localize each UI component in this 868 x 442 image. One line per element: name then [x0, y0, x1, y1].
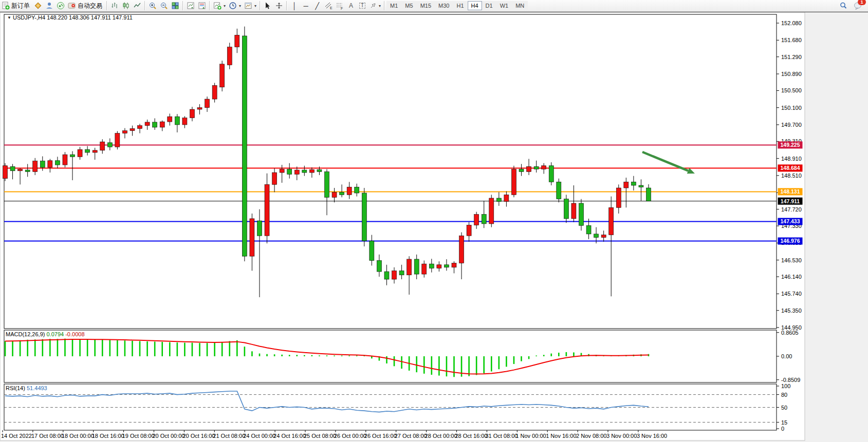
price-tick-label[interactable]: 150.500 [781, 87, 802, 93]
time-axis-label[interactable]: 18 Oct 16:00 [92, 433, 124, 439]
time-axis-label[interactable]: 28 Oct 00:00 [425, 433, 457, 439]
new-order-button[interactable]: 新订单 [0, 1, 32, 11]
price-tick-label[interactable]: 145.350 [781, 308, 802, 314]
macd-name: MACD(12,26,9) [6, 331, 45, 337]
time-axis-label[interactable]: 28 Oct 16:00 [455, 433, 488, 439]
time-axis-label[interactable]: 1 Nov 16:00 [546, 433, 576, 439]
candle-body [227, 47, 232, 65]
time-axis-label[interactable]: 24 Oct 00:00 [243, 433, 275, 439]
candle-body [407, 259, 412, 275]
chevron-down-icon[interactable]: ▼ [7, 15, 11, 20]
timeframe-h1[interactable]: H1 [453, 1, 467, 10]
time-axis-label[interactable]: 20 Oct 16:00 [182, 433, 215, 439]
price-tick-label[interactable]: 152.080 [781, 20, 802, 26]
timeframe-w1[interactable]: W1 [496, 1, 512, 10]
time-axis-label[interactable]: 19 Oct 08:00 [122, 433, 155, 439]
price-line-badge-label: 147.433 [781, 218, 800, 224]
chart-canvas[interactable]: 152.080151.680151.290150.890150.500150.1… [0, 0, 868, 442]
vertical-line-icon: │ [292, 3, 297, 9]
time-axis-label[interactable]: 17 Oct 08:00 [31, 433, 64, 439]
text-button[interactable]: A [345, 1, 357, 11]
time-axis-label[interactable]: 21 Oct 08:00 [213, 433, 245, 439]
trendline-button[interactable]: ╱ [311, 1, 323, 11]
fibonacci-button[interactable]: F [334, 1, 345, 11]
chevron-down-icon: ▾ [239, 4, 241, 8]
macd-panel[interactable] [4, 330, 777, 382]
chat-button[interactable]: 1 [852, 1, 864, 11]
price-tick-label[interactable]: 150.100 [781, 105, 802, 111]
candle-body [130, 128, 135, 130]
shapes-button[interactable]: ▾ [368, 1, 382, 11]
candle-body [482, 215, 486, 224]
time-axis-label[interactable]: 25 Oct 08:00 [304, 433, 336, 439]
main-plot-area[interactable] [4, 14, 777, 329]
gold-seal-button[interactable] [32, 1, 44, 11]
price-tick-label[interactable]: 146.530 [781, 257, 802, 263]
horizontal-line-button[interactable]: ─ [300, 1, 311, 11]
time-axis-label[interactable]: 24 Oct 16:00 [273, 433, 306, 439]
price-tick-label[interactable]: 151.680 [781, 37, 802, 43]
time-axis-label[interactable]: 1 Nov 00:00 [515, 433, 546, 439]
price-tick-label[interactable]: 149.700 [781, 122, 802, 128]
bar-chart-button[interactable] [109, 1, 120, 11]
indicator-window-button[interactable] [185, 1, 196, 11]
candle-body [107, 143, 112, 147]
tile-windows-button[interactable] [170, 1, 181, 11]
timeframe-mn[interactable]: MN [512, 1, 528, 10]
price-tick-label[interactable]: 151.290 [781, 54, 802, 60]
price-tick-label[interactable]: 146.140 [781, 274, 802, 280]
time-axis-label[interactable]: 3 Nov 16:00 [637, 433, 667, 439]
time-axis-label[interactable]: 14 Oct 2022 [1, 433, 32, 439]
timeframe-m15[interactable]: M15 [417, 1, 435, 10]
price-tick-label[interactable]: 147.720 [781, 206, 802, 213]
timeframe-d1[interactable]: D1 [482, 1, 496, 10]
time-axis-label[interactable]: 26 Oct 00:00 [334, 433, 366, 439]
candle-body [220, 64, 225, 87]
text-label-button[interactable]: T [357, 1, 368, 11]
price-tick-label[interactable]: 150.890 [781, 71, 802, 77]
time-axis-label[interactable]: 18 Oct 00:00 [62, 433, 94, 439]
template-button[interactable]: ▾ [243, 1, 258, 11]
period-clock-button[interactable]: ▾ [227, 1, 243, 11]
price-tick-label[interactable]: 148.910 [781, 156, 802, 162]
time-axis-label[interactable]: 3 Nov 00:00 [606, 433, 637, 439]
timeframe-m1[interactable]: M1 [386, 1, 401, 10]
crosshair-button[interactable] [273, 1, 285, 11]
search-button[interactable] [838, 1, 849, 11]
vertical-line-button[interactable]: │ [289, 1, 300, 11]
new-chart-button[interactable]: ▾ [212, 1, 227, 11]
zoom-in-button[interactable] [147, 1, 158, 11]
zoom-out-button[interactable] [158, 1, 170, 11]
timeframe-m5[interactable]: M5 [401, 1, 416, 10]
candle-body [212, 85, 217, 99]
candle-chart-button[interactable] [120, 1, 132, 11]
candle-body [85, 149, 90, 152]
candle-body [429, 264, 434, 268]
cursor-button[interactable] [262, 1, 273, 11]
profile-button[interactable] [44, 1, 55, 11]
line-chart-button[interactable] [132, 1, 143, 11]
candle-body [340, 192, 344, 195]
gold-seal-icon [34, 2, 42, 10]
time-axis-label[interactable]: 27 Oct 08:00 [395, 433, 427, 439]
candle-body [511, 169, 516, 195]
chevron-down-icon: ▾ [254, 4, 256, 8]
channel-button[interactable]: E [323, 1, 334, 11]
signal-button[interactable] [55, 1, 66, 11]
auto-trading-button[interactable]: 自动交易 [66, 1, 105, 11]
timeframe-m30[interactable]: M30 [435, 1, 453, 10]
candle-body [467, 225, 471, 236]
timeframe-h4[interactable]: H4 [468, 1, 482, 10]
time-axis-label[interactable]: 31 Oct 08:00 [485, 433, 518, 439]
price-tick-label[interactable]: 148.510 [781, 172, 802, 179]
time-axis-label[interactable]: 2 Nov 08:00 [576, 433, 606, 439]
time-axis-label[interactable]: 26 Oct 16:00 [364, 433, 397, 439]
candle-body [242, 36, 247, 256]
price-line-badge-label: 147.911 [781, 198, 800, 204]
indicator-list-button[interactable] [196, 1, 208, 11]
candle-body [115, 133, 120, 147]
candle-body [145, 122, 150, 126]
time-axis-label[interactable]: 20 Oct 00:00 [153, 433, 185, 439]
price-tick-label[interactable]: 145.740 [781, 291, 802, 297]
macd-main-value: 0.0794 [46, 331, 64, 337]
